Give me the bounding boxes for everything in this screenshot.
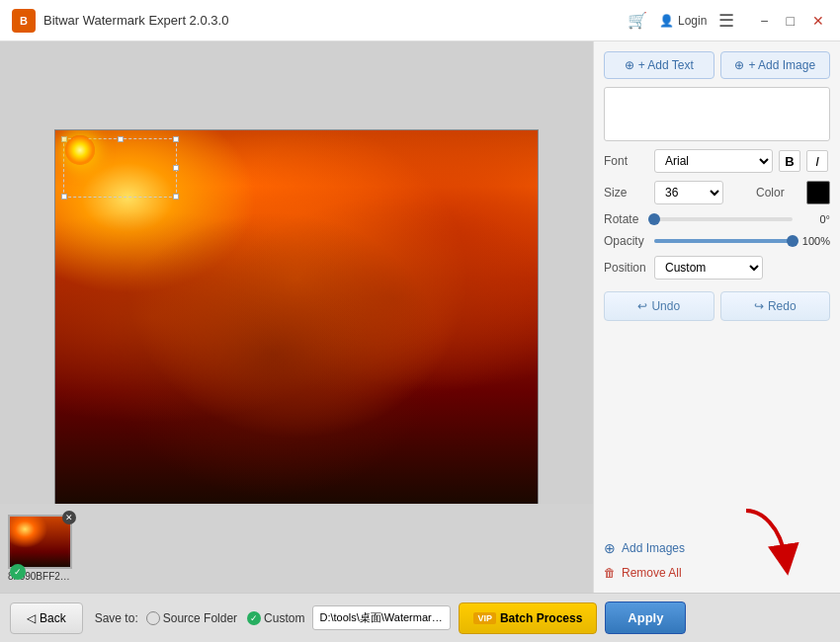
handle-bl[interactable]	[61, 194, 67, 200]
custom-radio-checked[interactable]: ✓	[247, 611, 261, 625]
minimize-button[interactable]: −	[756, 11, 772, 31]
text-input[interactable]	[604, 87, 830, 141]
menu-icon[interactable]: ☰	[718, 10, 734, 32]
main-content: ✕ ✓ 8F090BFF27639... ⊕ + Add Text ⊕ + Ad…	[0, 41, 840, 593]
undo-icon: ↩	[637, 299, 647, 313]
add-image-button[interactable]: ⊕ + Add Image	[720, 51, 831, 79]
add-images-button[interactable]: ⊕ Add Images	[604, 537, 830, 559]
color-swatch[interactable]	[806, 181, 830, 204]
add-images-icon: ⊕	[604, 540, 616, 556]
rotate-row: Rotate 0°	[604, 212, 830, 226]
image-actions: ⊕ Add Images 🗑 Remove All	[604, 537, 830, 583]
plus-text-icon: ⊕	[625, 58, 634, 72]
font-label: Font	[604, 154, 648, 168]
add-text-button[interactable]: ⊕ + Add Text	[604, 51, 714, 79]
save-options: Source Folder ✓ Custom	[146, 611, 305, 625]
thumbnail-close-button[interactable]: ✕	[62, 511, 76, 524]
thumbnail-check-mark: ✓	[10, 564, 26, 580]
handle-br[interactable]	[173, 194, 179, 200]
italic-button[interactable]: I	[806, 150, 828, 172]
opacity-slider-track[interactable]	[654, 239, 793, 243]
close-button[interactable]: ✕	[808, 11, 828, 31]
size-color-row: Size 36 12 24 48 72 Color	[604, 181, 830, 204]
title-bar: B Bitwar Watermark Expert 2.0.3.0 🛒 👤 Lo…	[0, 0, 840, 41]
header-right: 🛒 👤 Login ☰ − □ ✕	[628, 10, 828, 32]
thumbnail-image[interactable]	[8, 515, 72, 569]
rotate-label: Rotate	[604, 212, 648, 226]
maximize-button[interactable]: □	[783, 11, 798, 31]
save-path-field[interactable]: D:\tools\桌面\WatermarkE	[312, 605, 451, 630]
back-button[interactable]: ◁ Back	[10, 602, 83, 634]
canvas-area: ✕ ✓ 8F090BFF27639...	[0, 41, 593, 593]
position-select[interactable]: Custom Top Left Top Center Top Right Cen…	[654, 256, 763, 280]
right-panel: ⊕ + Add Text ⊕ + Add Image Font Arial Ti…	[593, 41, 840, 593]
undo-button[interactable]: ↩ Undo	[604, 291, 714, 321]
source-folder-radio[interactable]	[146, 611, 160, 625]
remove-all-icon: 🗑	[604, 566, 616, 580]
bottom-bar: ◁ Back Save to: Source Folder ✓ Custom D…	[0, 593, 840, 642]
cart-icon[interactable]: 🛒	[628, 11, 647, 30]
window-controls: − □ ✕	[756, 11, 828, 31]
handle-tr[interactable]	[173, 136, 179, 142]
main-image[interactable]	[54, 129, 539, 505]
apply-button[interactable]: Apply	[605, 602, 686, 634]
size-select[interactable]: 36 12 24 48 72	[654, 181, 723, 204]
opacity-value: 100%	[798, 235, 830, 247]
handle-right-center[interactable]	[173, 165, 179, 171]
handle-top-center[interactable]	[118, 136, 124, 142]
remove-all-button[interactable]: 🗑 Remove All	[604, 563, 830, 583]
custom-option[interactable]: ✓ Custom	[247, 611, 304, 625]
font-row: Font Arial Times New Roman Verdana B I	[604, 149, 830, 173]
add-buttons-row: ⊕ + Add Text ⊕ + Add Image	[604, 51, 830, 79]
redo-button[interactable]: ↪ Redo	[720, 291, 831, 321]
font-select[interactable]: Arial Times New Roman Verdana	[654, 149, 773, 173]
sun-glow	[65, 135, 95, 165]
position-label: Position	[604, 261, 648, 275]
redo-icon: ↪	[754, 299, 764, 313]
user-icon: 👤	[659, 14, 674, 28]
undo-redo-row: ↩ Undo ↪ Redo	[604, 291, 830, 321]
handle-tl[interactable]	[61, 136, 67, 142]
thumbnail-strip: ✕ ✓ 8F090BFF27639...	[0, 504, 593, 593]
plus-image-icon: ⊕	[734, 58, 744, 72]
size-label: Size	[604, 186, 648, 200]
batch-process-button[interactable]: VIP Batch Process	[459, 602, 597, 634]
app-logo: B	[12, 9, 36, 33]
login-button[interactable]: 👤 Login	[659, 14, 707, 28]
rotate-value: 0°	[798, 213, 830, 225]
opacity-label: Opacity	[604, 234, 648, 248]
thumbnail-item: ✕ ✓ 8F090BFF27639...	[8, 515, 72, 582]
source-folder-option[interactable]: Source Folder	[146, 611, 237, 625]
vip-badge: VIP	[473, 612, 496, 624]
back-icon: ◁	[27, 611, 36, 625]
position-row: Position Custom Top Left Top Center Top …	[604, 256, 830, 280]
bold-button[interactable]: B	[779, 150, 800, 172]
rotate-slider-track[interactable]	[654, 217, 793, 221]
opacity-row: Opacity 100%	[604, 234, 830, 248]
app-title: Bitwar Watermark Expert 2.0.3.0	[43, 13, 628, 28]
save-to-label: Save to:	[95, 611, 138, 625]
color-label: Color	[756, 186, 800, 200]
